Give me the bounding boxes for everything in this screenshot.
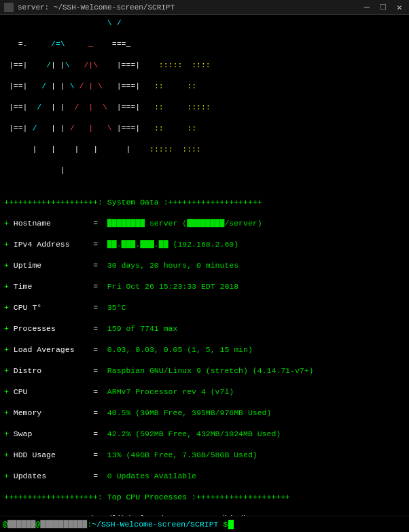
title-bar-icon bbox=[4, 3, 14, 12]
title-bar-title: server: ~/SSH-Welcome-screen/SCRIPT bbox=[18, 3, 175, 12]
close-button[interactable]: ✕ bbox=[394, 2, 405, 13]
maximize-button[interactable]: □ bbox=[378, 2, 389, 13]
status-bar: @██████@██████████:~/SSH-Welcome-screen/… bbox=[0, 516, 409, 532]
cursor bbox=[228, 520, 234, 529]
status-prompt: @██████@██████████:~/SSH-Welcome-screen/… bbox=[3, 520, 228, 529]
minimize-button[interactable]: — bbox=[361, 2, 372, 13]
terminal: \ / =. /=\ _ ===_ |==| /| |\ /|\ |===| :… bbox=[0, 15, 409, 516]
title-bar: server: ~/SSH-Welcome-screen/SCRIPT — □ … bbox=[0, 0, 409, 15]
terminal-content: \ / =. /=\ _ ===_ |==| /| |\ /|\ |===| :… bbox=[4, 18, 405, 516]
